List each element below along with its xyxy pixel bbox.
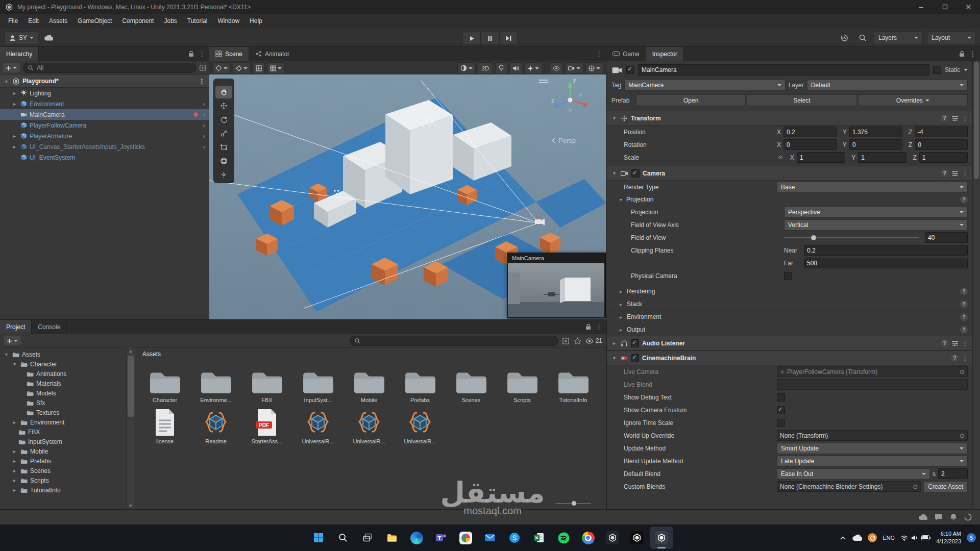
world-up-field[interactable]: None (Transform) [777,430,968,441]
taskbar-edge-button[interactable] [405,527,428,549]
tree-item-scripts[interactable]: Scripts [0,475,126,485]
help-icon[interactable] [960,196,968,204]
taskbar-skype-button[interactable] [503,527,526,549]
layer-dropdown[interactable]: Default [807,80,968,91]
hierarchy-item-environment[interactable]: Environment [0,98,209,109]
scrollbar-thumb[interactable] [128,356,134,417]
camera-settings-dropdown[interactable] [565,62,583,74]
lock-icon[interactable] [585,323,591,330]
asset-folder-mobile[interactable]: Mobile [344,365,395,406]
asset-folder-character[interactable]: Character [139,365,190,406]
transform-header[interactable]: Transform [606,111,973,126]
shading-mode-dropdown[interactable] [457,62,476,74]
asset-file-starterassets-pdf[interactable]: PDF StarterAss... [241,406,292,447]
tree-item-sfx[interactable]: Sfx [0,398,126,408]
taskbar-chrome-button[interactable] [577,527,599,549]
asset-file-universalrp-1[interactable]: UniversalR... [292,406,344,447]
scale-y-field[interactable]: 1 [858,152,906,163]
tree-item-prefabs[interactable]: Prefabs [0,456,126,466]
taskbar-explorer-button[interactable] [381,527,403,549]
project-menu-icon[interactable] [596,323,602,331]
open-prefab-arrow[interactable] [203,111,205,118]
tree-item-environment[interactable]: Environment [0,417,126,427]
far-clip-field[interactable]: 500 [804,258,968,268]
taskbar-clock[interactable]: 6:10 AM 4/12/2023 [936,530,961,545]
asset-folder-inputsystem[interactable]: InputSyst... [292,365,344,406]
help-icon[interactable] [960,326,968,334]
project-tree-scrollbar[interactable] [126,347,135,509]
tab-game[interactable]: Game [606,47,646,61]
projection-dropdown[interactable]: Perspective [784,207,968,218]
asset-folder-tutorialinfo[interactable]: TutorialInfo [548,365,599,406]
hierarchy-item-ui-canvas[interactable]: UI_Canvas_StarterAssetsInputs_Joysticks [0,141,209,152]
zoom-slider-thumb[interactable] [572,501,576,506]
hierarchy-item-lighting[interactable]: Lighting [0,88,209,98]
tab-console[interactable]: Console [32,320,67,334]
hierarchy-menu-icon[interactable] [199,50,205,58]
custom-blends-field[interactable]: None (Cinemachine Blender Settings) [777,481,921,492]
menu-assets[interactable]: Assets [44,14,72,29]
open-prefab-arrow[interactable] [203,143,205,151]
component-enabled-checkbox[interactable] [631,339,639,347]
tree-item-mobile[interactable]: Mobile [0,446,126,456]
prefab-select-button[interactable]: Select [747,94,856,106]
tree-item-fbx[interactable]: FBX [0,427,126,437]
scene-viewport[interactable]: y z Persp MainCame [209,74,606,320]
tree-item-materials[interactable]: Materials [0,379,126,388]
search-by-type-icon[interactable] [562,337,570,345]
play-button[interactable] [462,32,481,45]
tag-dropdown[interactable]: MainCamera [624,80,785,91]
scene-audio-toggle[interactable] [509,62,522,74]
grid-dropdown[interactable] [267,62,285,74]
lock-icon[interactable] [959,51,965,57]
object-picker-icon[interactable] [913,483,918,490]
scene-menu-icon[interactable] [596,50,602,58]
expand-icon[interactable] [11,101,18,107]
scene-visibility-toggle[interactable] [550,62,563,74]
asset-folder-scenes[interactable]: Scenes [446,365,497,406]
fov-slider-thumb[interactable] [811,235,816,240]
position-x-field[interactable]: 0.2 [783,127,837,137]
help-icon[interactable] [941,169,948,177]
tab-scene[interactable]: Scene [209,47,249,61]
taskbar-unity-hub-button[interactable] [626,527,648,549]
camera-section-stack[interactable]: Stack [606,297,973,310]
search-filter-icon[interactable] [199,64,206,71]
transform-tool-button[interactable] [215,155,232,167]
view-tool-button[interactable] [215,86,232,98]
tree-item-scenes[interactable]: Scenes [0,466,126,475]
undo-history-button[interactable] [837,32,851,44]
static-flags-dropdown[interactable] [964,69,968,71]
update-method-dropdown[interactable]: Smart Update [777,443,968,454]
pivot-dropdown[interactable] [233,62,251,74]
camera-section-output[interactable]: Output [606,323,973,336]
open-prefab-arrow[interactable] [203,121,205,129]
scale-tool-button[interactable] [215,127,232,140]
blend-time-field[interactable]: 2 [938,468,968,479]
snap-toggle-button[interactable] [253,62,265,74]
object-picker-icon[interactable] [960,432,965,439]
menu-file[interactable]: File [3,14,23,29]
cloud-services-button[interactable] [41,32,56,44]
prefab-open-button[interactable]: Open [636,94,746,106]
taskbar-search-button[interactable] [332,527,354,549]
tab-inspector[interactable]: Inspector [646,47,684,61]
notification-badge[interactable]: 5 [967,533,976,542]
inspector-menu-icon[interactable] [969,50,976,58]
near-clip-field[interactable]: 0.2 [804,245,968,256]
asset-file-universalrp-2[interactable]: UniversalR... [344,406,395,447]
tree-item-assets[interactable]: Assets [0,349,126,359]
hierarchy-item-maincamera[interactable]: MainCamera [0,109,209,120]
maximize-button[interactable] [933,0,957,14]
menu-jobs[interactable]: Jobs [159,14,182,29]
pause-button[interactable] [481,32,499,45]
active-checkbox[interactable] [626,66,634,74]
system-tray-quick-settings[interactable] [900,535,930,541]
hierarchy-item-playerfollowcamera[interactable]: PlayerFollowCamera [0,120,209,131]
taskbar-unity-project-button[interactable] [601,527,624,549]
hierarchy-search-input[interactable]: All [23,63,196,73]
menu-gameobject[interactable]: GameObject [72,14,117,29]
tab-animator[interactable]: Animator [249,47,296,61]
asset-folder-prefabs[interactable]: Prefabs [395,365,446,406]
tree-item-animations[interactable]: Animations [0,369,126,379]
